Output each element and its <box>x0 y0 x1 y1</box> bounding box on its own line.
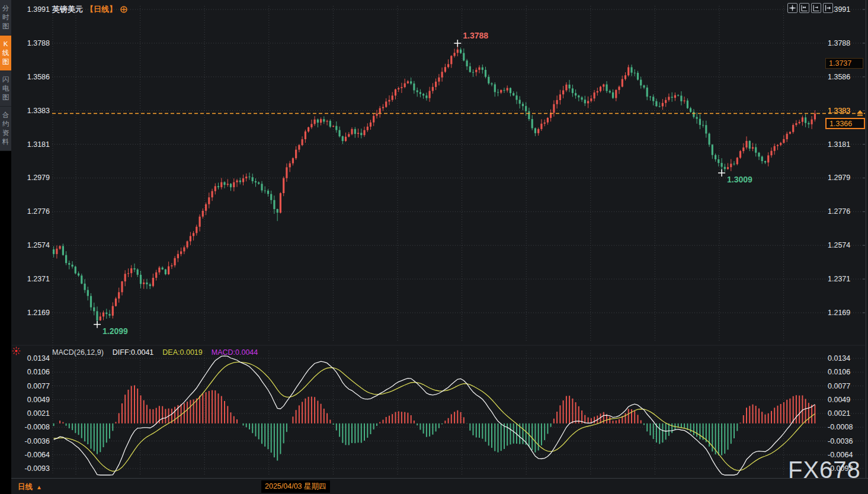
crosshair-move-icon[interactable] <box>787 3 797 13</box>
period-tag: 【日线】 <box>86 4 117 15</box>
macd-params-label: MACD(26,12,9) <box>52 348 104 357</box>
marked-high-price: 1.3737 <box>829 59 851 68</box>
axis-label-left: -0.0093 <box>12 464 50 473</box>
sidebar-tab-time-chart[interactable]: 分时图 <box>0 0 11 36</box>
axis-label-right: 1.3181 <box>828 140 850 149</box>
macd-diff-line <box>54 356 815 475</box>
watermark: FX678 <box>788 457 861 483</box>
axis-label-left: 0.0106 <box>12 368 50 376</box>
axis-label-right: 0.0049 <box>828 396 850 404</box>
axis-label-left: 1.3383 <box>12 107 50 115</box>
axis-label-right: 0.0134 <box>828 354 850 363</box>
axis-label-right: 1.2169 <box>828 309 850 317</box>
sidebar-tab-contract-info[interactable]: 合约资料 <box>0 107 11 151</box>
axis-label-left: -0.0036 <box>12 437 50 445</box>
axis-label-left: 1.2776 <box>12 207 50 216</box>
axis-label-left: 1.3181 <box>12 140 50 149</box>
axis-label-left: 0.0021 <box>12 409 50 418</box>
macd-dea-value: DEA:0.0019 <box>162 348 202 357</box>
fit-axis-right-icon[interactable] <box>811 3 821 13</box>
period-dropdown-arrow-icon: ▲ <box>36 484 42 490</box>
axis-label-right: 1.2574 <box>828 241 850 249</box>
period-selector[interactable]: 日线▲ <box>18 482 42 492</box>
axis-label-left: 1.2979 <box>12 174 50 182</box>
axis-label-left: 0.0077 <box>12 382 50 390</box>
macd-macd-value: MACD:0.0044 <box>212 348 258 357</box>
alert-price-label: 1.3383 <box>828 107 850 115</box>
marked-high-price-box: 1.3737 <box>825 58 863 69</box>
gridlines <box>12 0 866 478</box>
symbol-title: 英镑美元 <box>52 4 83 15</box>
sidebar-tab-lightning-chart[interactable]: 闪电图 <box>0 71 11 107</box>
extreme-price-label: 1.3788 <box>463 31 488 40</box>
axis-label-right: 1.3788 <box>828 39 850 47</box>
indicator-settings-icon[interactable] <box>120 5 128 14</box>
axis-label-right: 0.0106 <box>828 368 850 376</box>
axis-label-left: -0.0008 <box>12 423 50 431</box>
axis-label-left: -0.0064 <box>12 451 50 459</box>
period-label: 日线 <box>18 483 33 491</box>
macd-histogram <box>54 386 815 461</box>
axis-label-left: 1.2574 <box>12 241 50 249</box>
macd-diff-value: DIFF:0.0041 <box>113 348 153 357</box>
chart-app: 分时图 K线图 闪电图 合约资料 英镑美元 【日线】 <box>0 0 868 494</box>
axis-label-right: 1.3586 <box>828 73 850 81</box>
chart-toolbar <box>787 3 833 13</box>
extreme-annotations: 1.37881.20991.3009 <box>94 31 752 336</box>
axis-label-left: 1.3586 <box>12 73 50 81</box>
candlestick-chart-canvas[interactable]: 1.37881.20991.3009 <box>0 0 868 494</box>
axis-label-right: 1.2979 <box>828 174 850 182</box>
macd-settings-icon[interactable] <box>12 347 21 358</box>
axis-label-right: -0.0036 <box>828 437 853 445</box>
fit-axis-left-icon[interactable] <box>799 3 809 13</box>
candles <box>53 43 816 325</box>
axis-label-right: 0.0077 <box>828 382 850 390</box>
axis-label-left: 0.0049 <box>12 396 50 404</box>
axis-label-right: 1.2776 <box>828 207 850 216</box>
axis-label-left: 1.3788 <box>12 39 50 47</box>
axis-label-right: 0.0021 <box>828 409 850 418</box>
titlebar: 英镑美元 【日线】 <box>52 4 128 15</box>
current-price-box: 1.3366 <box>825 118 865 129</box>
sidebar: 分时图 K线图 闪电图 合约资料 <box>0 0 11 494</box>
extreme-price-label: 1.2099 <box>103 326 128 336</box>
pan-right-icon[interactable] <box>823 3 833 13</box>
sidebar-tab-kline-chart[interactable]: K线图 <box>0 36 11 71</box>
extreme-price-label: 1.3009 <box>727 175 752 184</box>
crosshair-date-tooltip: 2025/04/03 星期四 <box>261 480 330 493</box>
sidebar-tabs: 分时图 K线图 闪电图 合约资料 <box>0 0 11 151</box>
axis-label-left: 1.2169 <box>12 309 50 317</box>
axis-label-right: 1.2371 <box>828 275 850 283</box>
axis-label-left: 1.3991 <box>12 5 50 14</box>
axis-label-right: -0.0008 <box>828 423 853 431</box>
axis-label-left: 1.2371 <box>12 275 50 283</box>
macd-legend: MACD(26,12,9) DIFF:0.0041 DEA:0.0019 MAC… <box>52 348 258 357</box>
current-price: 1.3366 <box>829 120 852 128</box>
bottom-bar: 日线▲ 2025/04/03 星期四 <box>0 478 868 494</box>
